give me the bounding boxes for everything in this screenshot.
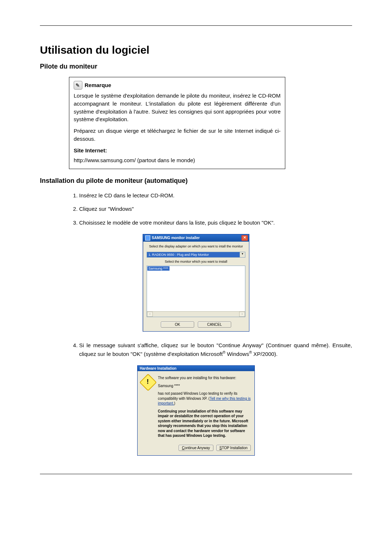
remark-label: Remarque: [85, 81, 111, 89]
installer-instruction-2: Select the monitor which you want to ins…: [147, 260, 245, 263]
install-steps: Insérez le CD dans le lecteur CD-ROM. Cl…: [69, 191, 352, 227]
hw-line-4: Continuing your installation of this sof…: [158, 409, 251, 438]
samsung-installer-dialog: SAMSUNG monitor installer ✕ Select the d…: [143, 234, 249, 332]
site-internet-label: Site Internet:: [74, 147, 107, 153]
site-internet-url: http://www.samsung.com/ (partout dans le…: [74, 156, 281, 164]
installer-instruction-1: Select the display adapter on which you …: [147, 245, 245, 248]
step-1: Insérez le CD dans le lecteur CD-ROM.: [79, 191, 352, 200]
remark-paragraph-1: Lorsque le système d'exploitation demand…: [74, 92, 281, 123]
step-4-text-b: Windows: [225, 351, 249, 357]
hw-line-3: has not passed Windows Logo testing to v…: [158, 391, 251, 406]
hw-line-2: Samsung ****: [158, 383, 251, 389]
hardware-dialog-figure: Hardware Installation ! The software you…: [40, 365, 352, 456]
cancel-button[interactable]: CANCEL: [198, 321, 231, 328]
close-icon[interactable]: ✕: [241, 235, 248, 241]
step-3: Choisissez le modèle de votre moniteur d…: [79, 218, 352, 227]
remark-header: Remarque: [74, 81, 281, 90]
document-page: Utilisation du logiciel Pilote du monite…: [0, 0, 392, 554]
stop-installation-button[interactable]: STOP Installation: [216, 445, 251, 451]
warning-icon: !: [139, 374, 157, 391]
installer-dialog-figure: SAMSUNG monitor installer ✕ Select the d…: [40, 234, 352, 332]
display-adapter-dropdown[interactable]: 1. RADEON 9550 : Plug and Play Monitor ▾: [147, 252, 245, 258]
remark-paragraph-2: Préparez un disque vierge et téléchargez…: [74, 127, 281, 143]
step-4-text-c: XP/2000).: [252, 351, 278, 357]
horizontal-scrollbar[interactable]: ‹ ›: [147, 311, 245, 317]
step-2: Cliquez sur "Windows": [79, 205, 352, 213]
continue-anyway-button[interactable]: CContinue Anywayontinue Anyway: [179, 445, 213, 451]
hw-line-1: The software you are installing for this…: [158, 376, 251, 381]
installer-title: SAMSUNG monitor installer: [152, 236, 200, 240]
install-steps-cont: Si le message suivant s'affiche, cliquez…: [69, 341, 352, 358]
installer-app-icon: [145, 235, 150, 241]
chevron-down-icon[interactable]: ▾: [240, 252, 245, 258]
top-divider: [40, 25, 352, 26]
adapter-selected-value: 1. RADEON 9550 : Plug and Play Monitor: [147, 252, 240, 258]
hw-message: The software you are installing for this…: [158, 376, 251, 441]
step-4-text-a: Si le message suivant s'affiche, cliquez…: [79, 342, 352, 357]
installer-titlebar: SAMSUNG monitor installer ✕: [143, 234, 249, 242]
hw-titlebar: Hardware Installation: [138, 366, 254, 371]
remark-box: Remarque Lorsque le système d'exploitati…: [69, 77, 285, 169]
scroll-left-icon[interactable]: ‹: [147, 312, 153, 317]
page-title: Utilisation du logiciel: [40, 44, 352, 56]
bottom-divider: [40, 474, 352, 474]
reg-mark-2: ®: [249, 350, 252, 354]
monitor-list[interactable]: Samsung **** ‹ ›: [147, 266, 245, 317]
hw-title: Hardware Installation: [140, 366, 176, 370]
note-icon: [74, 81, 82, 90]
hw-line-3b: ): [174, 401, 175, 405]
section-installation: Installation du pilote de moniteur (auto…: [40, 177, 352, 185]
reg-mark-1: ®: [222, 350, 225, 354]
section-pilote: Pilote du moniteur: [40, 63, 352, 70]
step-4: Si le message suivant s'affiche, cliquez…: [79, 341, 352, 358]
monitor-list-selected[interactable]: Samsung ****: [147, 266, 170, 271]
hardware-installation-dialog: Hardware Installation ! The software you…: [137, 365, 255, 456]
ok-button[interactable]: OK: [161, 321, 194, 328]
scroll-right-icon[interactable]: ›: [239, 312, 245, 317]
